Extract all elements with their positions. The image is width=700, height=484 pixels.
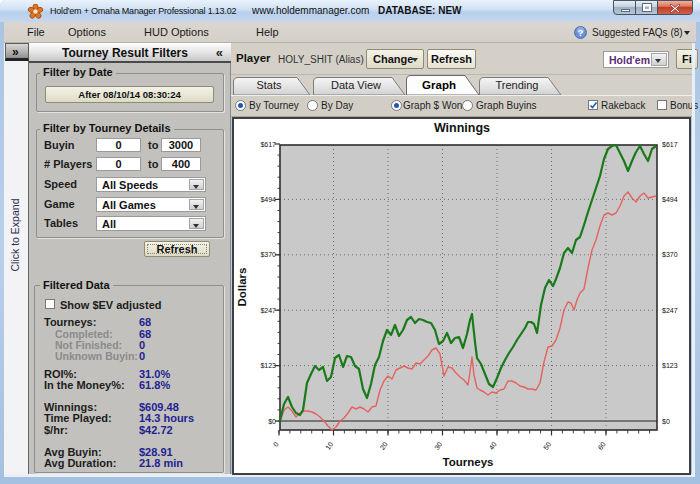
svg-text:$247: $247 (260, 307, 276, 314)
svg-text:?: ? (578, 28, 584, 38)
svg-text:50: 50 (542, 440, 552, 450)
svg-text:$123: $123 (260, 362, 276, 369)
svg-text:Tourneys: Tourneys (443, 456, 494, 468)
svg-text:30: 30 (433, 440, 443, 450)
svg-text:Dollars: Dollars (236, 268, 248, 307)
svg-text:$123: $123 (662, 362, 678, 369)
svg-text:$617: $617 (662, 141, 678, 148)
svg-text:10: 10 (324, 440, 334, 450)
svg-text:60: 60 (597, 440, 607, 450)
svg-text:0: 0 (272, 440, 280, 447)
svg-text:$494: $494 (662, 196, 678, 203)
svg-text:$617: $617 (260, 141, 276, 148)
svg-text:20: 20 (379, 440, 389, 450)
svg-text:$247: $247 (662, 307, 678, 314)
svg-text:$370: $370 (662, 251, 678, 258)
svg-text:$370: $370 (260, 251, 276, 258)
svg-text:Winnings: Winnings (434, 121, 490, 135)
svg-text:Graph: Graph (422, 79, 456, 91)
svg-text:40: 40 (488, 440, 498, 450)
svg-text:$0: $0 (268, 418, 276, 425)
svg-text:$0: $0 (662, 418, 670, 425)
svg-text:Data View: Data View (331, 79, 381, 91)
svg-text:Trending: Trending (495, 79, 538, 91)
svg-text:Stats: Stats (256, 79, 282, 91)
svg-text:$494: $494 (260, 196, 276, 203)
